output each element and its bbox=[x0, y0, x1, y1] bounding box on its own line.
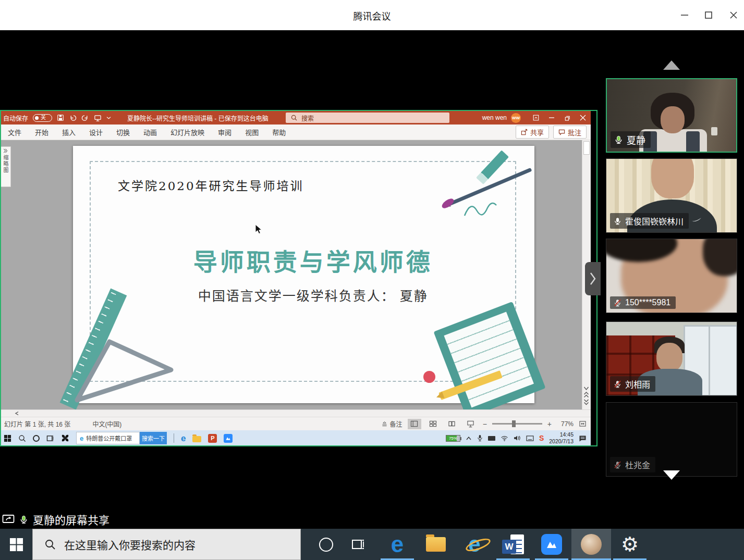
ppt-search-box[interactable]: 搜索 bbox=[286, 113, 449, 123]
start-slideshow-button[interactable] bbox=[94, 114, 102, 122]
close-button[interactable] bbox=[725, 7, 742, 23]
edge-icon[interactable]: e bbox=[181, 434, 186, 443]
ppt-minimize-button[interactable] bbox=[544, 111, 559, 125]
ppt-close-button[interactable] bbox=[575, 111, 591, 125]
cortana-button[interactable] bbox=[311, 529, 341, 560]
start-button[interactable] bbox=[4, 434, 11, 442]
show-hidden-icons-chevron[interactable] bbox=[466, 436, 472, 440]
undo-button[interactable] bbox=[69, 114, 77, 122]
battery-indicator[interactable]: 75% bbox=[446, 435, 460, 442]
tab-review[interactable]: 审阅 bbox=[211, 125, 238, 140]
wifi-icon[interactable] bbox=[501, 435, 508, 441]
tab-file[interactable]: 文件 bbox=[1, 125, 28, 140]
save-button[interactable] bbox=[57, 114, 64, 121]
chevron-right-double-icon bbox=[3, 148, 8, 153]
task-view-button[interactable] bbox=[46, 435, 54, 442]
thumbnail-pane-collapsed[interactable]: 缩略图 bbox=[0, 146, 11, 187]
zoom-level[interactable]: 77% bbox=[557, 420, 574, 428]
participant-name: 刘相雨 bbox=[625, 378, 650, 390]
share-button[interactable]: 共享 bbox=[516, 126, 549, 139]
ribbon-options-icon bbox=[532, 114, 540, 121]
tray-display-icon[interactable] bbox=[488, 436, 495, 441]
powerpoint-icon[interactable]: P bbox=[208, 434, 217, 443]
pinwheel-app-icon[interactable] bbox=[61, 434, 69, 442]
ribbon-display-options-button[interactable] bbox=[528, 111, 544, 125]
red-dot-decoration bbox=[423, 371, 435, 383]
minimize-button[interactable] bbox=[676, 7, 693, 23]
file-explorer-taskbar-icon[interactable] bbox=[417, 529, 455, 560]
tencent-meeting-taskbar-icon[interactable] bbox=[533, 529, 570, 560]
close-icon bbox=[580, 115, 586, 121]
autosave-toggle[interactable]: 关 bbox=[33, 114, 52, 122]
internet-explorer-taskbar-icon[interactable]: e bbox=[456, 529, 493, 560]
ppt-restore-button[interactable] bbox=[559, 111, 575, 125]
news-search-button[interactable]: 搜索一下 bbox=[140, 432, 167, 444]
tab-home[interactable]: 开始 bbox=[28, 125, 55, 140]
edge-taskbar-icon[interactable]: e bbox=[379, 529, 416, 560]
tab-transitions[interactable]: 切换 bbox=[109, 125, 137, 140]
participant-tile-liuxiangyu[interactable]: 刘相雨 bbox=[606, 321, 737, 396]
language-indicator[interactable]: 中文(中国) bbox=[92, 419, 121, 428]
word-taskbar-icon[interactable]: W bbox=[494, 529, 532, 560]
notes-button[interactable]: 备注 bbox=[381, 419, 403, 428]
redo-button[interactable] bbox=[81, 114, 89, 122]
tab-help[interactable]: 帮助 bbox=[265, 125, 292, 140]
participant-label: 杜兆金 bbox=[610, 457, 655, 472]
scrollbar-thumb[interactable] bbox=[583, 141, 590, 155]
participant-tile-duzhaojin[interactable]: 杜兆金 bbox=[606, 402, 737, 477]
scroll-left-icon[interactable] bbox=[15, 411, 19, 416]
cortana-button[interactable] bbox=[33, 435, 40, 442]
start-button[interactable] bbox=[0, 529, 32, 560]
maximize-button[interactable] bbox=[700, 7, 717, 23]
tencent-meeting-icon[interactable] bbox=[224, 434, 233, 443]
participant-tile-huojunguo[interactable]: 霍俊国嵚嵚林川 bbox=[606, 158, 737, 233]
tab-design[interactable]: 设计 bbox=[82, 125, 109, 140]
reading-view-button[interactable] bbox=[445, 419, 459, 429]
comments-button[interactable]: 批注 bbox=[553, 126, 587, 139]
clock[interactable]: 14:45 2020/7/13 bbox=[549, 431, 574, 445]
account-name[interactable]: wen wen bbox=[482, 114, 507, 121]
participant-tile-xiajing[interactable]: 夏静 bbox=[606, 78, 737, 153]
participants-scroll-down-button[interactable] bbox=[663, 470, 680, 480]
participants-scroll-up-button[interactable] bbox=[663, 60, 680, 70]
slideshow-view-button[interactable] bbox=[464, 419, 478, 429]
settings-taskbar-icon[interactable]: ⚙ bbox=[613, 529, 647, 560]
taskbar-search-button[interactable] bbox=[18, 434, 26, 442]
sogou-icon[interactable]: S bbox=[539, 434, 544, 442]
file-explorer-icon[interactable] bbox=[192, 436, 201, 442]
taskbar-divider bbox=[174, 433, 174, 443]
quick-access-dropdown[interactable] bbox=[106, 116, 111, 120]
task-view-icon bbox=[46, 435, 54, 442]
cortana-icon bbox=[319, 538, 333, 552]
previous-slide-button[interactable] bbox=[583, 392, 589, 398]
person-shape bbox=[656, 343, 682, 372]
tab-insert[interactable]: 插入 bbox=[55, 125, 82, 140]
next-slide-button[interactable] bbox=[583, 399, 589, 405]
zoom-in-button[interactable]: + bbox=[547, 420, 552, 428]
scroll-down-icon[interactable] bbox=[583, 386, 589, 391]
tray-mic-icon[interactable] bbox=[477, 434, 483, 442]
news-query-box[interactable]: e 特朗普公开戴口罩 bbox=[76, 432, 140, 444]
slide-sorter-view-button[interactable] bbox=[426, 419, 440, 429]
mouse-cursor bbox=[255, 224, 263, 235]
normal-view-button[interactable] bbox=[408, 419, 421, 429]
active-app-taskbar-icon[interactable] bbox=[571, 529, 611, 560]
horizontal-scrollbar[interactable] bbox=[0, 409, 591, 417]
zoom-slider-thumb[interactable] bbox=[512, 420, 516, 427]
avatar[interactable]: WW bbox=[511, 113, 521, 123]
sidebar-expand-tab[interactable] bbox=[585, 262, 601, 295]
task-view-button[interactable] bbox=[343, 529, 373, 560]
fit-slide-button[interactable] bbox=[579, 420, 587, 427]
tab-view[interactable]: 视图 bbox=[238, 125, 265, 140]
tab-animations[interactable]: 动画 bbox=[137, 125, 164, 140]
volume-icon[interactable] bbox=[514, 435, 521, 441]
zoom-slider[interactable] bbox=[492, 423, 542, 425]
action-center-icon[interactable] bbox=[579, 435, 587, 442]
participant-tile-150[interactable]: 150****5981 bbox=[606, 239, 737, 313]
news-search-widget[interactable]: e 特朗普公开戴口罩 搜索一下 bbox=[76, 432, 167, 444]
input-indicator-icon[interactable] bbox=[526, 435, 534, 441]
slide[interactable]: 文学院2020年研究生导师培训 导师职责与学风师德 中国语言文学一级学科负责人：… bbox=[73, 146, 534, 403]
taskbar-search-box[interactable]: 在这里输入你要搜索的内容 bbox=[32, 529, 301, 560]
tab-slideshow[interactable]: 幻灯片放映 bbox=[164, 125, 211, 140]
zoom-out-button[interactable]: − bbox=[483, 420, 487, 428]
